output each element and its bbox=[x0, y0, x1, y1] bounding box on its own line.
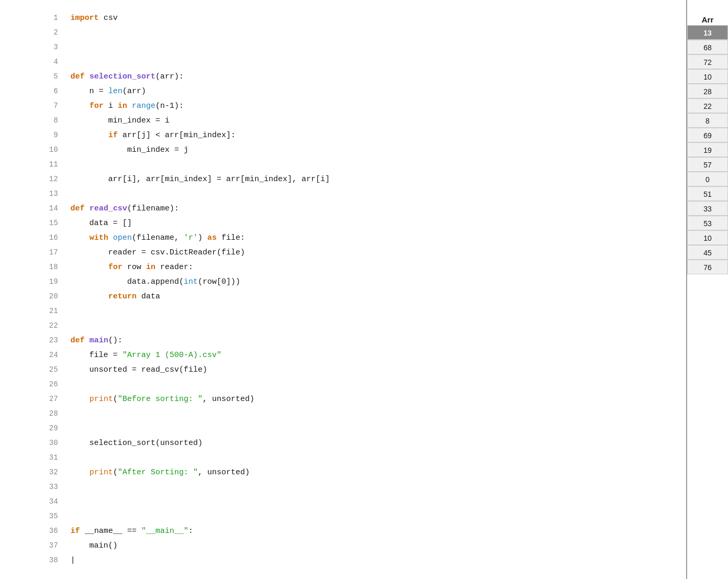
token-plain: arr[j] < arr[min_index]: bbox=[118, 131, 236, 140]
line-content bbox=[69, 450, 686, 465]
array-cell: 76 bbox=[687, 260, 728, 274]
token-plain: (): bbox=[108, 336, 123, 345]
token-plain: (filename): bbox=[127, 204, 179, 213]
code-line: 17 reader = csv.DictReader(file) bbox=[10, 245, 686, 260]
array-cell: 45 bbox=[687, 245, 728, 260]
token-plain: reader: bbox=[156, 263, 193, 272]
code-line: 4 bbox=[10, 54, 686, 69]
token-kw-return: return bbox=[108, 292, 137, 301]
code-line: 36if __name__ == "__main__": bbox=[10, 524, 686, 538]
line-number: 20 bbox=[10, 289, 69, 304]
line-content: def selection_sort(arr): bbox=[69, 69, 686, 84]
line-number: 6 bbox=[10, 84, 69, 98]
token-kw-print: print bbox=[90, 468, 113, 477]
token-plain bbox=[85, 72, 90, 81]
code-line: 38| bbox=[10, 553, 686, 567]
code-line: 12 arr[i], arr[min_index] = arr[min_inde… bbox=[10, 172, 686, 186]
line-content: file = "Array 1 (500-A).csv" bbox=[69, 348, 686, 362]
array-cell: 33 bbox=[687, 201, 728, 216]
array-cell: 53 bbox=[687, 216, 728, 230]
line-number: 36 bbox=[10, 524, 69, 538]
line-number: 8 bbox=[10, 113, 69, 128]
array-cell: 57 bbox=[687, 157, 728, 172]
token-plain bbox=[71, 395, 90, 404]
token-kw-def: def bbox=[71, 204, 85, 213]
line-number: 21 bbox=[10, 304, 69, 318]
token-kw-if: if bbox=[71, 527, 80, 536]
line-content: reader = csv.DictReader(file) bbox=[69, 245, 686, 260]
token-fn-name: read_csv bbox=[90, 204, 127, 213]
array-cell: 69 bbox=[687, 128, 728, 142]
line-number: 10 bbox=[10, 142, 69, 157]
line-content: print("After Sorting: ", unsorted) bbox=[69, 465, 686, 480]
token-kw-for: for bbox=[90, 102, 104, 110]
line-content: return data bbox=[69, 289, 686, 304]
array-cell: 19 bbox=[687, 142, 728, 157]
line-content: print("Before sorting: ", unsorted) bbox=[69, 392, 686, 406]
token-builtin: len bbox=[108, 87, 123, 96]
token-plain: | bbox=[71, 556, 80, 565]
line-content bbox=[69, 25, 686, 40]
line-content: selection_sort(unsorted) bbox=[69, 436, 686, 450]
line-number: 22 bbox=[10, 318, 69, 333]
token-plain: (arr) bbox=[123, 87, 146, 96]
array-cell: 10 bbox=[687, 69, 728, 84]
line-number: 37 bbox=[10, 538, 69, 553]
token-kw-for: for bbox=[108, 263, 123, 272]
token-plain bbox=[71, 102, 90, 110]
line-number: 1 bbox=[10, 10, 69, 25]
code-line: 8 min_index = i bbox=[10, 113, 686, 128]
code-line: 7 for i in range(n-1): bbox=[10, 98, 686, 113]
array-cell: 13 bbox=[687, 25, 728, 40]
line-number: 24 bbox=[10, 348, 69, 362]
token-plain bbox=[85, 204, 90, 213]
array-header: Arr bbox=[687, 10, 728, 25]
token-plain: unsorted = read_csv(file) bbox=[71, 365, 207, 374]
line-number: 16 bbox=[10, 230, 69, 245]
line-content: if arr[j] < arr[min_index]: bbox=[69, 128, 686, 142]
line-content bbox=[69, 406, 686, 421]
code-line: 27 print("Before sorting: ", unsorted) bbox=[10, 392, 686, 406]
array-cell: 10 bbox=[687, 230, 728, 245]
token-kw-import: import bbox=[71, 14, 99, 23]
token-plain bbox=[71, 263, 108, 272]
code-line: 31 bbox=[10, 450, 686, 465]
code-line: 29 bbox=[10, 421, 686, 436]
token-fn-name: selection_sort bbox=[90, 72, 156, 81]
line-content: import csv bbox=[69, 10, 686, 25]
line-number: 28 bbox=[10, 406, 69, 421]
token-plain: file = bbox=[71, 351, 123, 360]
token-plain: i bbox=[104, 102, 118, 110]
line-number: 7 bbox=[10, 98, 69, 113]
line-number: 25 bbox=[10, 362, 69, 377]
array-cell: 51 bbox=[687, 186, 728, 201]
line-number: 2 bbox=[10, 25, 69, 40]
token-plain: arr[i], arr[min_index] = arr[min_index],… bbox=[71, 175, 330, 184]
token-plain: n = bbox=[71, 87, 108, 96]
line-content: def read_csv(filename): bbox=[69, 201, 686, 216]
line-content bbox=[69, 157, 686, 172]
token-plain bbox=[71, 233, 90, 242]
token-kw-def: def bbox=[71, 336, 85, 345]
token-fn-name: main bbox=[90, 336, 108, 345]
code-line: 21 bbox=[10, 304, 686, 318]
token-plain: data = [] bbox=[71, 219, 132, 228]
token-string: "After Sorting: " bbox=[118, 468, 198, 477]
line-content: if __name__ == "__main__": bbox=[69, 524, 686, 538]
code-line: 20 return data bbox=[10, 289, 686, 304]
line-content bbox=[69, 304, 686, 318]
array-cell: 8 bbox=[687, 113, 728, 128]
token-plain bbox=[71, 131, 108, 140]
line-number: 27 bbox=[10, 392, 69, 406]
line-number: 5 bbox=[10, 69, 69, 84]
token-plain: ( bbox=[113, 395, 118, 404]
line-content: main() bbox=[69, 538, 686, 553]
code-line: 26 bbox=[10, 377, 686, 392]
token-plain: : bbox=[189, 527, 193, 536]
token-plain: main() bbox=[71, 541, 118, 550]
line-number: 30 bbox=[10, 436, 69, 450]
code-line: 15 data = [] bbox=[10, 216, 686, 230]
line-content bbox=[69, 377, 686, 392]
token-plain: min_index = i bbox=[71, 116, 170, 125]
token-plain: __name__ == bbox=[80, 527, 141, 536]
